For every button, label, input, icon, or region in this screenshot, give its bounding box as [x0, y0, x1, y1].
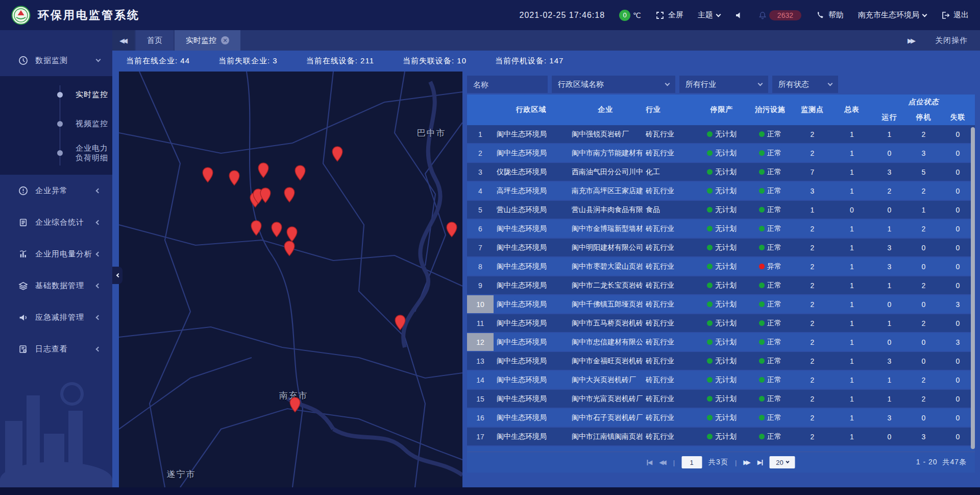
table-row[interactable]: 16阆中生态环境局阆中市石子页岩机砖厂砖瓦行业无计划正常21300: [467, 409, 975, 428]
tab-close-icon[interactable]: ✕: [221, 36, 229, 44]
stat-item: 当前失联设备: 10: [403, 56, 467, 66]
table-row[interactable]: 10阆中生态环境局阆中千佛镇五郎垭页岩砖瓦行业无计划正常21003: [467, 295, 975, 314]
map-pin[interactable]: [258, 162, 270, 178]
stats-icon: [18, 218, 28, 227]
cell-facility-status: 正常: [747, 352, 793, 371]
map-pin[interactable]: [271, 222, 283, 238]
table-row[interactable]: 11阆中生态环境局阆中市五马桥页岩机砖砖瓦行业无计划正常21120: [467, 314, 975, 333]
table-row[interactable]: 9阆中生态环境局阆中市二龙长宝页岩砖砖瓦行业无计划正常21120: [467, 276, 975, 295]
next-page-button[interactable]: ▶▶: [743, 459, 750, 466]
cell-offline: 0: [941, 239, 975, 257]
close-operations-button[interactable]: 关闭操作: [935, 36, 968, 45]
map-pin[interactable]: [284, 241, 296, 256]
sidebar: 数据监测实时监控视频监控企业电力负荷明细企业异常企业综合统计企业用电量分析基础数…: [0, 30, 112, 487]
sidebar-group-4[interactable]: 企业用电量分析: [0, 238, 112, 270]
table-row[interactable]: 14阆中生态环境局阆中大兴页岩机砖厂砖瓦行业无计划正常21120: [467, 371, 975, 390]
cell-industry: 砖瓦行业: [643, 409, 696, 428]
cell-region: 阆中生态环境局: [494, 371, 569, 390]
tab-realtime-monitor[interactable]: 实时监控 ✕: [175, 30, 240, 51]
map-pin[interactable]: [289, 397, 301, 413]
sidebar-group-3[interactable]: 企业综合统计: [0, 206, 112, 238]
cell-stopped: 0: [906, 409, 941, 428]
map-pin[interactable]: [202, 167, 214, 183]
table-row[interactable]: 18南部生态环境局南部县双化水泥有限公砖瓦行业无计划正常60060: [467, 446, 975, 452]
status-dot: [707, 320, 713, 326]
tabs-scroll-left-button[interactable]: ◀◀: [112, 30, 135, 51]
sidebar-item-3[interactable]: 企业电力负荷明细: [0, 138, 112, 168]
cell-offline: 0: [941, 201, 975, 220]
sidebar-group-2[interactable]: 企业异常: [0, 175, 112, 206]
sidebar-group-1[interactable]: 数据监测: [0, 44, 112, 76]
help-button[interactable]: 帮助: [816, 10, 844, 20]
table-row[interactable]: 15阆中生态环境局阆中市光富页岩机砖厂砖瓦行业无计划正常21120: [467, 390, 975, 409]
map-city-label: 巴中市: [417, 127, 446, 139]
cell-stopped: 2: [906, 220, 941, 239]
log-icon: [18, 344, 28, 354]
table-row[interactable]: 4高坪生态环境局南充市高坪区王家店建砖瓦行业无计划正常31220: [467, 182, 975, 201]
cell-running: 2: [872, 182, 906, 201]
map-pin[interactable]: [295, 165, 306, 181]
tabs-scroll-right-button[interactable]: ▶▶: [908, 37, 916, 44]
bullet-icon: [57, 92, 63, 98]
notifications-button[interactable]: 2632: [758, 10, 801, 20]
mute-speaker-icon[interactable]: [734, 11, 744, 20]
table-row[interactable]: 1阆中生态环境局阆中强锐页岩砖厂砖瓦行业无计划正常21120: [467, 125, 975, 144]
sidebar-group-5[interactable]: 基础数据管理: [0, 270, 112, 301]
table-row[interactable]: 7阆中生态环境局阆中明阳建材有限公司砖瓦行业无计划正常21300: [467, 239, 975, 257]
cell-region: 仪陇生态环境局: [494, 163, 569, 182]
theme-menu[interactable]: 主题: [698, 10, 720, 20]
cell-industry: 砖瓦行业: [643, 428, 696, 446]
map-pin[interactable]: [395, 315, 406, 331]
map-pin[interactable]: [332, 146, 344, 162]
panel-collapse-handle[interactable]: [112, 267, 122, 284]
cell-company: 阆中市五马桥页岩机砖: [569, 314, 643, 333]
logout-button[interactable]: 退出: [941, 10, 969, 20]
table-row[interactable]: 5营山生态环境局营山县润丰肉食品有限食品无计划正常10010: [467, 201, 975, 220]
cell-region: 高坪生态环境局: [494, 182, 569, 201]
table-row[interactable]: 8阆中生态环境局阆中市枣碧大梁山页岩砖瓦行业无计划异常21300: [467, 257, 975, 276]
cell-facility-status: 正常: [747, 295, 793, 314]
map-pin[interactable]: [229, 170, 240, 186]
col-meters: 总表: [831, 95, 872, 125]
sidebar-item-2[interactable]: 视频监控: [0, 109, 112, 138]
cell-industry: 砖瓦行业: [643, 352, 696, 371]
table-row[interactable]: 17阆中生态环境局阆中市江南镇阆南页岩砖瓦行业无计划正常21030: [467, 428, 975, 446]
map-pin[interactable]: [284, 187, 296, 203]
table-row[interactable]: 3仪陇生态环境局西南油气田分公司川中化工无计划正常71350: [467, 163, 975, 182]
status-dot: [759, 150, 765, 156]
table-scrollbar[interactable]: [971, 127, 975, 449]
map-panel[interactable]: 巴中市南充市遂宁市: [119, 72, 462, 487]
last-page-button[interactable]: ▶: [757, 459, 763, 466]
page-size-select[interactable]: 20: [770, 456, 795, 468]
map-pin[interactable]: [260, 187, 272, 203]
status-dot: [707, 434, 713, 439]
cell-limit-status: 无计划: [696, 352, 747, 371]
cell-company: 阆中市二龙长宝页岩砖: [569, 276, 643, 295]
fullscreen-button[interactable]: 全屏: [655, 10, 683, 20]
table-row[interactable]: 2阆中生态环境局阆中市南方节能建材有砖瓦行业无计划正常21030: [467, 144, 975, 163]
first-page-button[interactable]: ◀: [647, 459, 652, 466]
col-running: 运行: [872, 110, 906, 125]
col-index: [467, 95, 494, 125]
chevron-left-icon: [96, 188, 101, 193]
sidebar-item-1[interactable]: 实时监控: [0, 80, 112, 109]
bullet-icon: [57, 150, 63, 156]
prev-page-button[interactable]: ◀◀: [659, 459, 666, 466]
sidebar-group-label: 日志查看: [35, 344, 96, 354]
region-filter-select[interactable]: 行政区域名称: [552, 76, 675, 93]
tab-home[interactable]: 首页: [136, 30, 174, 51]
table-row[interactable]: 6阆中生态环境局阆中市金博瑞新型墙材砖瓦行业无计划正常21120: [467, 220, 975, 239]
sidebar-group-7[interactable]: 日志查看: [0, 333, 112, 365]
status-filter-select[interactable]: 所有状态: [772, 76, 838, 93]
map-pin[interactable]: [286, 226, 298, 242]
cell-industry: 化工: [643, 163, 696, 182]
org-menu[interactable]: 南充市生态环境局: [858, 10, 926, 20]
map-pin[interactable]: [251, 220, 262, 236]
current-page-input[interactable]: 1: [681, 456, 702, 468]
name-filter-input[interactable]: [467, 76, 548, 93]
sidebar-group-6[interactable]: 应急减排管理: [0, 301, 112, 333]
map-pin[interactable]: [446, 222, 458, 238]
industry-filter-select[interactable]: 所有行业: [679, 76, 768, 93]
table-row[interactable]: 13阆中生态环境局阆中市金福旺页岩机砖砖瓦行业无计划正常21300: [467, 352, 975, 371]
table-row[interactable]: 12阆中生态环境局阆中市忠信建材有限公砖瓦行业无计划正常21003: [467, 333, 975, 352]
